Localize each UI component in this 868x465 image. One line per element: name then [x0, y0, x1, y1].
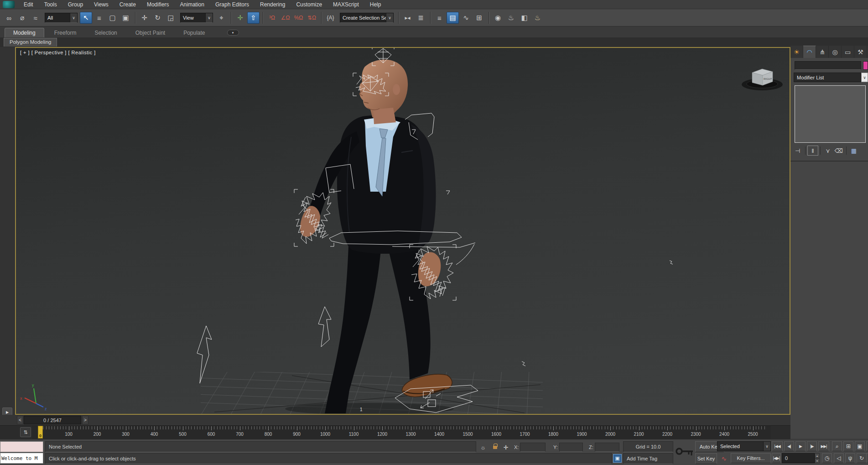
make-unique-icon[interactable]: ⋎ — [822, 146, 833, 156]
previous-frame-button[interactable]: < — [17, 416, 23, 424]
window-crossing-toggle-icon[interactable]: ▣ — [120, 12, 132, 24]
frame-counter[interactable]: 0 / 2547 — [24, 416, 81, 424]
key-mode-dropdown[interactable]: Selected ∨ — [717, 441, 771, 451]
track-bar-ruler[interactable]: 1002003004005006007008009001000110012001… — [32, 426, 771, 439]
maxscript-mini-listener-output[interactable]: Welcome to M — [0, 453, 43, 464]
maxscript-mini-listener-input[interactable] — [0, 441, 43, 452]
default-tangent-curve-icon[interactable]: ∿ — [719, 454, 729, 463]
pin-stack-icon[interactable]: ⊣ — [792, 146, 803, 156]
polygon-modeling-panel-tab[interactable]: Polygon Modeling — [4, 38, 57, 47]
zoom-viewport-icon[interactable]: ⌕ — [832, 441, 842, 451]
rectangular-selection-region-icon[interactable]: ▢ — [106, 12, 119, 24]
curve-editor-icon[interactable]: ∿ — [460, 12, 472, 24]
named-selection-sets-dropdown[interactable]: Create Selection Se ∨ — [340, 13, 394, 23]
transform-gizmo-icon[interactable]: ✛ — [502, 443, 510, 451]
unlink-selection-icon[interactable]: ⌀ — [16, 12, 28, 24]
menu-animation[interactable]: Animation — [175, 0, 210, 9]
zoom-all-icon[interactable]: ⊞ — [843, 441, 853, 451]
hierarchy-tab-icon[interactable]: ⋔ — [816, 46, 829, 58]
menu-rendering[interactable]: Rendering — [255, 0, 291, 9]
percent-snap-icon[interactable]: %Ω — [292, 12, 305, 24]
render-production-icon[interactable]: ♨ — [531, 12, 544, 24]
y-coordinate-field[interactable] — [559, 443, 583, 452]
spinner-down-icon[interactable]: ▼ — [815, 458, 820, 463]
selection-filter-dropdown[interactable]: All ∨ — [45, 13, 78, 23]
ribbon-minimize-button[interactable]: ▾ — [227, 30, 239, 36]
toggle-scene-explorer-icon[interactable]: ▤ — [447, 12, 459, 24]
select-and-scale-icon[interactable]: ◲ — [165, 12, 177, 24]
go-to-start-icon[interactable]: |◀◀ — [772, 441, 783, 451]
select-object-icon[interactable]: ↖ — [80, 12, 92, 24]
perspective-viewport[interactable]: [ + ] [ Perspective ] [ Realistic ] — [15, 47, 790, 415]
pan-view-icon[interactable]: ψ — [845, 453, 855, 463]
zoom-extents-icon[interactable]: ▣ — [855, 441, 865, 451]
ribbon-tab-modeling[interactable]: Modeling — [5, 28, 44, 37]
set-key-button[interactable]: Set Key — [695, 453, 717, 464]
application-logo-icon[interactable] — [3, 1, 15, 8]
abs-offset-toggle-icon[interactable]: ▣ — [613, 454, 622, 463]
ribbon-tab-object-paint[interactable]: Object Paint — [127, 28, 173, 37]
next-frame-button[interactable]: > — [82, 416, 88, 424]
open-mini-curve-editor-icon[interactable]: ⇅ — [20, 427, 31, 437]
menu-help[interactable]: Help — [364, 0, 387, 9]
zoom-extents-all-icon[interactable]: ◼ — [866, 441, 868, 451]
key-mode-toggle-icon[interactable]: |◀▶| — [772, 453, 781, 463]
viewport-canvas[interactable]: 1 RIGHT y x z — [16, 48, 790, 414]
motion-tab-icon[interactable]: ◎ — [829, 46, 842, 58]
keyboard-shortcut-override-icon[interactable]: ⇧ — [247, 12, 260, 24]
z-coordinate-field[interactable] — [595, 443, 619, 452]
rendered-frame-window-icon[interactable]: ◧ — [518, 12, 530, 24]
x-coordinate-field[interactable] — [520, 443, 546, 452]
menu-views[interactable]: Views — [88, 0, 114, 9]
create-tab-icon[interactable]: ☀ — [790, 46, 803, 58]
utilities-tab-icon[interactable]: ⚒ — [854, 46, 867, 58]
key-filters-button[interactable]: Key Filters... — [731, 453, 771, 463]
time-slider-handle[interactable]: 0 — [38, 426, 43, 439]
ribbon-tab-populate[interactable]: Populate — [175, 28, 213, 37]
select-and-move-icon[interactable]: ✛ — [138, 12, 151, 24]
mirror-icon[interactable]: ▸◂ — [401, 12, 414, 24]
menu-tools[interactable]: Tools — [39, 0, 62, 9]
modifier-stack[interactable] — [795, 85, 866, 143]
menu-group[interactable]: Group — [62, 0, 88, 9]
remove-modifier-icon[interactable]: ⌫ — [833, 146, 844, 156]
select-and-manipulate-icon[interactable]: ✛ — [234, 12, 246, 24]
selection-lock-icon[interactable] — [491, 442, 499, 450]
current-frame-field[interactable]: 0 — [782, 453, 815, 463]
manage-layers-icon[interactable]: ≡ — [433, 12, 446, 24]
time-configuration-icon[interactable]: ◷ — [822, 453, 832, 463]
orbit-view-icon[interactable]: ↻ — [857, 453, 867, 463]
character-model[interactable] — [285, 60, 454, 414]
display-tab-icon[interactable]: ▭ — [842, 46, 854, 58]
menu-create[interactable]: Create — [114, 0, 141, 9]
object-color-swatch[interactable] — [863, 61, 868, 70]
modifier-list-dropdown[interactable]: Modifier List — [794, 73, 861, 82]
angle-snap-icon[interactable]: ∠Ω — [279, 12, 291, 24]
edit-named-selection-sets-icon[interactable]: {A} — [324, 12, 337, 24]
next-frame-icon[interactable]: |▶ — [807, 441, 817, 451]
maximize-viewport-icon[interactable]: ◱ — [866, 453, 868, 463]
spinner-up-icon[interactable]: ▲ — [815, 453, 820, 458]
schematic-view-icon[interactable]: ⊞ — [473, 12, 485, 24]
reference-coordinate-dropdown[interactable]: View ∨ — [180, 13, 213, 23]
object-name-field[interactable] — [795, 61, 861, 70]
field-of-view-icon[interactable]: ◁ — [834, 453, 844, 463]
show-end-result-icon[interactable]: ‖ — [807, 146, 818, 156]
render-setup-icon[interactable]: ♨ — [505, 12, 517, 24]
play-animation-icon[interactable]: ▶ — [795, 441, 806, 451]
snaps-toggle-3d-icon[interactable]: ³Ω — [266, 12, 278, 24]
align-icon[interactable]: ≣ — [415, 12, 427, 24]
material-editor-icon[interactable]: ◉ — [492, 12, 504, 24]
spinner-snap-icon[interactable]: ⇅Ω — [306, 12, 318, 24]
modify-tab-icon[interactable]: ◠ — [803, 46, 816, 58]
go-to-end-icon[interactable]: ▶▶| — [818, 441, 829, 451]
previous-frame-icon[interactable]: ◀| — [784, 441, 794, 451]
set-keys-key-icon[interactable] — [675, 444, 694, 460]
viewcube[interactable]: RIGHT — [742, 69, 783, 90]
menu-edit[interactable]: Edit — [18, 0, 39, 9]
menu-modifiers[interactable]: Modifiers — [141, 0, 175, 9]
prompt-light-icon[interactable]: ☼ — [479, 443, 487, 451]
menu-graph-editors[interactable]: Graph Editors — [210, 0, 255, 9]
select-and-rotate-icon[interactable]: ↻ — [151, 12, 164, 24]
chevron-down-icon[interactable]: ∨ — [861, 73, 868, 82]
